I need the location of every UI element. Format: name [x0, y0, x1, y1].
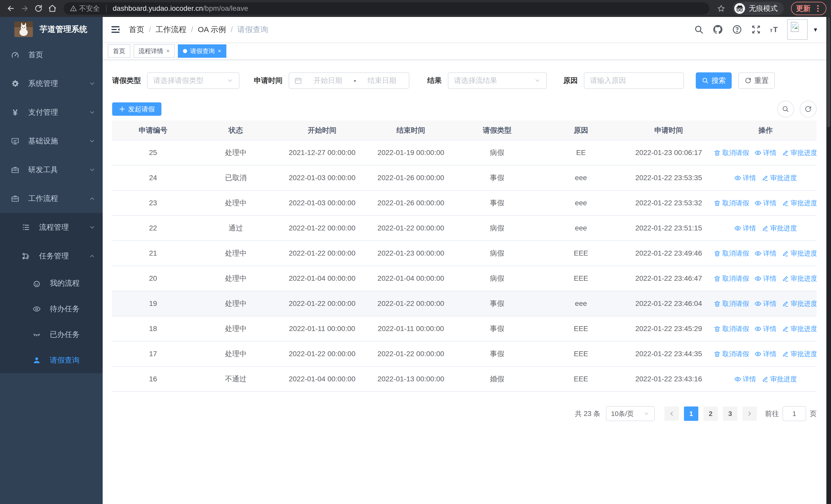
breadcrumb-item[interactable]: OA 示例 [198, 24, 226, 35]
sidebar-item-task-mgmt[interactable]: 任务管理 [0, 242, 103, 270]
eye-o-icon [754, 149, 762, 156]
detail-action-link[interactable]: 详情 [734, 224, 756, 233]
result-select[interactable]: 请选择流结果 [448, 72, 547, 89]
progress-action-link[interactable]: 审批进度 [782, 324, 816, 333]
trash-icon [715, 325, 721, 332]
breadcrumb-item[interactable]: 首页 [129, 24, 144, 35]
tag-流程详情[interactable]: 流程详情× [134, 45, 175, 58]
browser-reload-icon[interactable] [32, 2, 45, 14]
address-bar[interactable]: 不安全 dashboard.yudao.iocoder.cn/bpm/oa/le… [64, 2, 709, 14]
progress-action-link[interactable]: 审批进度 [782, 274, 816, 283]
cancel-action-link[interactable]: 取消请假 [715, 148, 749, 157]
table-cell: eee [539, 215, 623, 241]
page-button-1[interactable]: 1 [684, 407, 698, 421]
browser-scrollbar[interactable] [826, 17, 831, 504]
reset-button[interactable]: 重置 [738, 72, 775, 89]
detail-action-link[interactable]: 详情 [754, 274, 776, 283]
detail-action-link[interactable]: 详情 [754, 324, 776, 333]
sidebar-item-system[interactable]: 系统管理 [0, 69, 103, 98]
table-row: 24已取消2022-01-03 00:00:002022-01-26 00:00… [112, 165, 816, 190]
next-page-button[interactable] [742, 407, 757, 421]
sidebar-item-workflow[interactable]: 工作流程 [0, 184, 103, 213]
leave-table: 申请编号状态开始时间结束时间请假类型原因申请时间操作 25处理中2021-12-… [112, 121, 816, 392]
cancel-action-link[interactable]: 取消请假 [715, 199, 749, 208]
progress-action-link[interactable]: 审批进度 [782, 299, 816, 308]
table-row: 17处理中2022-01-22 00:00:002022-01-22 00:00… [112, 341, 816, 366]
cancel-action-link[interactable]: 取消请假 [715, 299, 749, 308]
browser-forward-icon[interactable] [19, 2, 31, 14]
browser-home-icon[interactable] [46, 2, 58, 14]
cancel-action-link[interactable]: 取消请假 [715, 249, 749, 258]
page-button-2[interactable]: 2 [704, 407, 718, 421]
table-cell: EEE [539, 366, 623, 392]
table-cell: 已取消 [194, 165, 278, 190]
bookmark-star-icon[interactable] [717, 4, 725, 12]
cancel-action-link[interactable]: 取消请假 [715, 350, 749, 358]
apply-time-range-picker[interactable]: 开始日期 - 结束日期 [289, 72, 409, 89]
sidebar-item-infra[interactable]: 基础设施 [0, 127, 103, 155]
progress-action-link[interactable]: 审批进度 [762, 174, 797, 182]
close-icon[interactable]: × [218, 48, 221, 54]
browser-update-button[interactable]: 更新 [791, 2, 826, 15]
sidebar-item-payment[interactable]: ¥支付管理 [0, 98, 103, 127]
sidebar-item-done-task[interactable]: 已办任务 [0, 322, 103, 348]
user-avatar[interactable] [787, 19, 808, 40]
search-button[interactable]: 搜索 [696, 72, 732, 89]
browser-menu-icon[interactable] [814, 5, 821, 12]
page-size-select[interactable]: 10条/页 [606, 406, 655, 421]
tag-请假查询[interactable]: 请假查询× [178, 45, 226, 58]
sidebar-item-my-process[interactable]: 我的流程 [0, 270, 103, 296]
header-search-icon[interactable] [694, 25, 704, 34]
table-cell: 2022-01-04 00:00:00 [278, 266, 367, 291]
browser-back-icon[interactable] [5, 2, 17, 14]
cancel-action-link[interactable]: 取消请假 [715, 274, 749, 283]
actions-cell: 取消请假详情审批进度 [715, 241, 816, 266]
table-cell: 2022-01-22 23:53:32 [623, 190, 715, 215]
sidebar-item-leave-query[interactable]: 请假查询 [0, 348, 103, 373]
detail-action-link[interactable]: 详情 [754, 148, 776, 157]
progress-action-link[interactable]: 审批进度 [782, 148, 816, 157]
tag-首页[interactable]: 首页 [108, 45, 131, 58]
progress-action-link[interactable]: 审批进度 [782, 249, 816, 258]
breadcrumb-item[interactable]: 工作流程 [155, 24, 186, 35]
font-size-icon[interactable]: тT [770, 25, 778, 34]
sidebar-item-devtools[interactable]: 研发工具 [0, 155, 103, 184]
table-toolbar: 发起请假 [112, 100, 816, 118]
progress-action-link[interactable]: 审批进度 [762, 224, 797, 233]
detail-action-link[interactable]: 详情 [734, 375, 756, 384]
goto-page-input[interactable]: 1 [782, 406, 806, 421]
toggle-search-button[interactable] [777, 100, 794, 118]
leave-type-select[interactable]: 请选择请假类型 [147, 72, 239, 89]
edit-icon [782, 300, 789, 307]
help-icon[interactable] [732, 24, 742, 35]
browser-chrome: 不安全 dashboard.yudao.iocoder.cn/bpm/oa/le… [0, 0, 831, 17]
sidebar-item-process-mgmt[interactable]: 流程管理 [0, 213, 103, 242]
detail-action-link[interactable]: 详情 [754, 249, 776, 258]
github-icon[interactable] [712, 24, 723, 35]
detail-action-link[interactable]: 详情 [734, 174, 756, 182]
create-leave-button[interactable]: 发起请假 [112, 102, 162, 116]
prev-page-button[interactable] [664, 407, 679, 421]
sidebar-toggle-icon[interactable] [110, 25, 121, 34]
app-logo-row[interactable]: 芋道管理系统 [0, 17, 103, 38]
detail-action-link[interactable]: 详情 [754, 299, 776, 308]
fullscreen-icon[interactable] [751, 24, 761, 35]
reason-input[interactable]: 请输入原因 [584, 72, 684, 89]
cancel-action-link[interactable]: 取消请假 [715, 324, 749, 333]
avatar-caret-icon[interactable]: ▾ [814, 26, 817, 34]
progress-action-link[interactable]: 审批进度 [782, 350, 816, 358]
eye-o-icon [754, 351, 762, 357]
not-secure-label: 不安全 [79, 4, 100, 13]
progress-action-link[interactable]: 审批进度 [762, 375, 797, 384]
incognito-icon [734, 3, 745, 14]
detail-action-link[interactable]: 详情 [754, 350, 776, 358]
sidebar-item-todo-task[interactable]: 待办任务 [0, 296, 103, 322]
close-icon[interactable]: × [166, 48, 170, 54]
edit-icon [782, 351, 789, 357]
refresh-table-button[interactable] [800, 100, 816, 118]
progress-action-link[interactable]: 审批进度 [782, 199, 816, 208]
url-host: dashboard.yudao.iocoder.cn [113, 4, 203, 12]
detail-action-link[interactable]: 详情 [754, 199, 776, 208]
sidebar-item-home[interactable]: 首页 [0, 40, 103, 69]
page-button-3[interactable]: 3 [723, 407, 737, 421]
